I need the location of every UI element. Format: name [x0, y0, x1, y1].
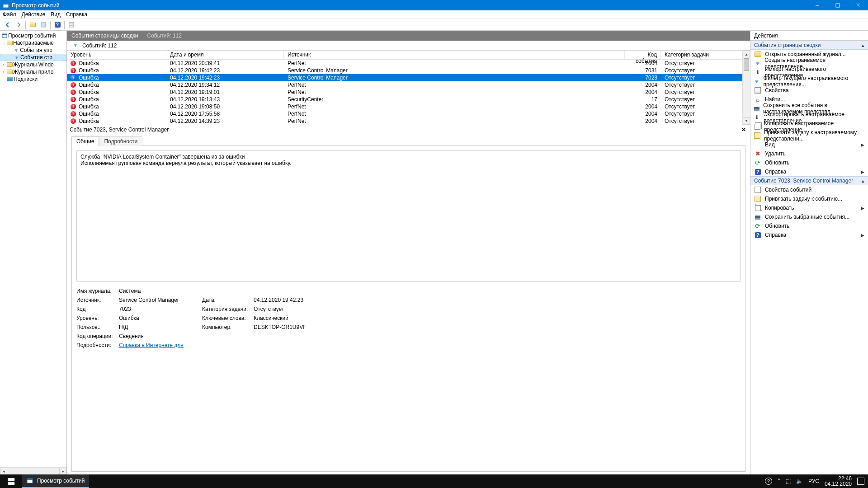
table-row[interactable]: Ошибка04.12.2020 17:55:58PerfNet2004Отсу… — [67, 110, 742, 117]
tree-h-scrollbar[interactable]: ◂ ▸ — [0, 467, 66, 474]
taskbar-app[interactable]: Просмотр событий — [22, 474, 89, 488]
back-button[interactable] — [3, 20, 13, 30]
cell-category: Отсутствует — [661, 75, 742, 81]
detail-title: Событие 7023, Service Control Manager — [70, 127, 740, 133]
close-detail-icon[interactable]: ✕ — [740, 126, 747, 133]
prop-label: Источник: — [76, 297, 117, 303]
cell-category: Отсутствует — [661, 96, 742, 103]
col-eventcode[interactable]: Код события — [625, 51, 661, 59]
cell-category: Отсутствует — [661, 82, 742, 88]
prop-value: 04.12.2020 19:42:23 — [254, 297, 741, 303]
action-item[interactable]: Привязать задачу к событию... — [750, 194, 868, 203]
table-row[interactable]: Ошибка04.12.2020 19:34:12PerfNet2004Отсу… — [67, 81, 742, 89]
tray-clock[interactable]: 22:46 04.12.2020 — [825, 476, 852, 487]
tree-app-logs[interactable]: › Журналы прило — [0, 68, 66, 75]
tray-lang[interactable]: РУС — [808, 478, 819, 484]
forward-button[interactable] — [14, 20, 24, 30]
close-button[interactable] — [848, 0, 868, 10]
table-row[interactable]: Ошибка04.12.2020 20:39:41PerfNet2004Отсу… — [67, 60, 742, 67]
scroll-left-icon[interactable]: ◂ — [0, 468, 7, 475]
table-v-scrollbar[interactable]: ▲ ▼ — [742, 51, 750, 125]
actions-group-title: Событие 7023, Service Control Manager — [754, 178, 853, 184]
tree-custom-views[interactable]: ⌄ Настраиваемые — [0, 39, 66, 47]
action-item[interactable]: Сохранить выбранные события... — [750, 212, 868, 221]
help-link[interactable]: Справка в Интернете для — [119, 342, 184, 348]
action-label: Фильтр текущего настраиваемого представл… — [764, 75, 864, 88]
collapse-icon[interactable]: ▴ — [862, 42, 864, 48]
help-toolbar-button[interactable] — [52, 20, 62, 30]
center-count: Событий: 112 — [147, 33, 181, 39]
system-tray: ? ˄ ⬚ 🔈 РУС 22:46 04.12.2020 — [761, 476, 868, 487]
menu-help[interactable]: Справка — [66, 11, 87, 18]
tray-chevron-icon[interactable]: ˄ — [778, 478, 780, 484]
col-category[interactable]: Категория задачи — [661, 51, 742, 59]
col-source[interactable]: Источник — [284, 51, 625, 59]
action-item[interactable]: Копировать▶ — [750, 203, 868, 212]
tree-windows-logs[interactable]: › Журналы Windo — [0, 61, 66, 68]
detail-tabs: Общие Подробности — [67, 134, 750, 145]
scroll-thumb[interactable] — [744, 58, 749, 71]
show-tree-button[interactable] — [28, 20, 38, 30]
scroll-down-icon[interactable]: ▼ — [743, 117, 750, 125]
toolbar-separator — [64, 21, 65, 29]
cell-datetime: 04.12.2020 19:08:50 — [166, 103, 284, 110]
start-button[interactable] — [0, 474, 22, 488]
action-item[interactable]: Обновить — [750, 221, 868, 230]
action-item[interactable]: Удалить — [750, 149, 868, 158]
menu-view[interactable]: Вид — [51, 11, 61, 18]
tab-general[interactable]: Общие — [71, 136, 99, 146]
action-label: Найти... — [765, 96, 785, 103]
tray-volume-icon[interactable]: 🔈 — [796, 478, 803, 484]
action-item[interactable]: Обновить — [750, 158, 868, 167]
prop-value: Н/Д — [119, 324, 200, 330]
table-row[interactable]: Ошибка04.12.2020 19:13:43SecurityCenter1… — [67, 96, 742, 103]
collapse-icon[interactable]: ⌄ — [1, 41, 6, 45]
tray-network-icon[interactable]: ⬚ — [786, 478, 791, 484]
scroll-right-icon[interactable]: ▸ — [59, 468, 66, 475]
table-row[interactable]: Ошибка04.12.2020 19:19:01PerfNet2004Отсу… — [67, 89, 742, 96]
prop-label: Ключевые слова: — [202, 315, 252, 321]
action-item[interactable]: Привязать задачу к настраиваемому предст… — [750, 131, 868, 140]
action-item[interactable]: Фильтр текущего настраиваемого представл… — [750, 77, 868, 86]
action-item[interactable]: Справка▶ — [750, 230, 868, 239]
prop-label: Уровень: — [76, 315, 117, 321]
action-item[interactable]: Свойства событий — [750, 185, 868, 194]
cell-code: 7023 — [625, 75, 661, 81]
submenu-arrow-icon: ▶ — [861, 169, 864, 174]
error-icon — [71, 118, 76, 124]
actions-group-header[interactable]: Событие 7023, Service Control Manager ▴ — [750, 176, 868, 185]
tray-notifications-icon[interactable] — [857, 478, 864, 485]
action-label: Справка — [765, 232, 786, 238]
collapse-icon[interactable]: ▴ — [862, 178, 864, 184]
tree-root[interactable]: Просмотр событий — [0, 32, 66, 39]
filter-icon — [754, 60, 761, 67]
table-row[interactable]: Ошибка04.12.2020 14:39:23PerfNet2004Отсу… — [67, 117, 742, 125]
taskbar: Просмотр событий ? ˄ ⬚ 🔈 РУС 22:46 04.12… — [0, 474, 868, 488]
toolbar-btn-3[interactable] — [66, 20, 76, 30]
col-level[interactable]: Уровень — [67, 51, 166, 59]
tree-summary-page[interactable]: ▼ События стр — [0, 54, 66, 61]
tree-subscriptions[interactable]: Подписки — [0, 75, 66, 83]
app-icon — [3, 2, 9, 9]
col-datetime[interactable]: Дата и время — [166, 51, 284, 59]
minimize-button[interactable] — [807, 0, 827, 10]
level-text: Ошибка — [79, 75, 99, 81]
toolbar-btn-2[interactable] — [38, 20, 48, 30]
menu-action[interactable]: Действие — [22, 11, 46, 18]
tray-help-icon[interactable]: ? — [765, 478, 772, 485]
cell-source: PerfNet — [284, 60, 625, 66]
action-item[interactable]: Справка▶ — [750, 167, 868, 176]
maximize-button[interactable] — [827, 0, 848, 10]
scroll-up-icon[interactable]: ▲ — [743, 51, 750, 58]
table-row[interactable]: Ошибка04.12.2020 19:42:23Service Control… — [67, 74, 742, 81]
table-row[interactable]: Ошибка04.12.2020 19:08:50PerfNet2004Отсу… — [67, 103, 742, 110]
actions-group-header[interactable]: События страницы сводки ▴ — [750, 41, 868, 50]
table-row[interactable]: Ошибка04.12.2020 19:42:23Service Control… — [67, 67, 742, 74]
menu-file[interactable]: Файл — [3, 11, 16, 18]
expand-icon[interactable]: › — [1, 70, 6, 74]
tree-label: Просмотр событий — [8, 33, 56, 39]
tab-details[interactable]: Подробности — [99, 136, 142, 146]
cell-code: 2004 — [625, 89, 661, 95]
expand-icon[interactable]: › — [1, 62, 6, 67]
tree-admin-events[interactable]: ▼ События упр — [0, 47, 66, 54]
